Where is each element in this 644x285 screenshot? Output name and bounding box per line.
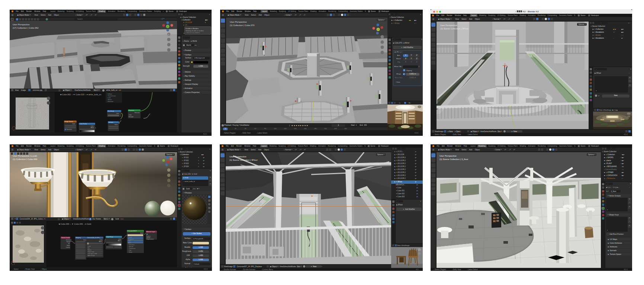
svg-text:Single Image: Single Image: [88, 251, 94, 253]
svg-text:(1) Scene Collection | 3Floor: (1) Scene Collection | 3Floor: [440, 28, 468, 30]
svg-text:Color: Color: [72, 123, 75, 125]
svg-text:Alpha: Alpha: [99, 241, 102, 242]
svg-text:○: ○: [168, 33, 169, 36]
svg-text:Normal: Normal: [67, 241, 71, 243]
svg-text:› Sheen: › Sheen: [128, 252, 132, 253]
svg-text:› Emission: › Emission: [107, 101, 113, 102]
svg-text:All: All: [146, 234, 148, 235]
svg-text:Normalize: Normalize: [67, 129, 72, 130]
svg-text:Metallic: Metallic: [128, 237, 132, 238]
svg-text:Material Output: Material Output: [146, 231, 155, 233]
svg-text:User Perspective: User Perspective: [439, 155, 457, 157]
svg-text:Strength: Strength: [129, 116, 133, 118]
svg-text:Color Ramp: Color Ramp: [106, 236, 113, 238]
svg-text:Image Texture: Image Texture: [65, 121, 73, 122]
svg-text:Object: Object: [67, 245, 70, 246]
svg-text:Displacement: Displacement: [146, 238, 154, 240]
svg-text:Mapping: Mapping: [76, 237, 81, 238]
svg-text:› Subsurface: › Subsurface: [128, 244, 135, 246]
svg-text:IOR: IOR: [128, 240, 131, 242]
svg-text:Linear: Linear: [88, 246, 91, 247]
svg-text:Repeat: Repeat: [88, 249, 91, 251]
svg-text:Emission: Emission: [135, 112, 140, 113]
svg-text:Principled BSDF: Principled BSDF: [128, 230, 137, 232]
svg-text:Alpha: Alpha: [118, 240, 121, 241]
svg-text:User Perspective: User Perspective: [13, 23, 30, 26]
svg-text:Camera: Camera: [66, 247, 70, 248]
svg-text:■ Cube.066 › ▼ Cube.066 › ●: ■ Cube.066 › ▼ Cube.066 › ● Gold: [59, 223, 91, 225]
svg-text:(1) Scene Collection | 3Floor: (1) Scene Collection | 3Floor: [229, 159, 258, 161]
svg-text:(1) Scene Collection | 3_floor: (1) Scene Collection | 3_floor: [439, 158, 468, 160]
svg-text:Blackbody: Blackbody: [108, 111, 114, 112]
svg-text:Color: Color: [129, 114, 132, 116]
svg-text:Flat: Flat: [88, 247, 90, 249]
svg-text:Texture Coordi...: Texture Coordi...: [61, 237, 71, 238]
svg-text:(17) Collection | Cube.062: (17) Collection | Cube.062: [13, 27, 39, 29]
svg-text:Generated: Generated: [66, 239, 71, 241]
svg-text:User Perspective: User Perspective: [440, 24, 457, 26]
svg-text:Color Space sRGB: Color Space sRGB: [88, 253, 97, 254]
svg-text:Alpha: Alpha: [128, 242, 131, 244]
svg-text:BSDF: BSDF: [140, 233, 144, 234]
svg-text:› Coat: › Coat: [107, 97, 111, 99]
svg-text:Color Ramp: Color Ramp: [80, 123, 87, 125]
svg-text:Alpha: Alpha: [91, 127, 94, 128]
svg-text:Alpha Straight: Alpha Straight: [88, 255, 95, 256]
svg-text:Concrete034_1K-JPG_...: Concrete034_1K-JPG_...: [87, 237, 101, 238]
svg-text:› Diffuse: › Diffuse: [107, 93, 112, 95]
svg-text:› Specular: › Specular: [128, 246, 133, 247]
svg-text:Value: Value: [115, 124, 118, 125]
svg-text:› Coat: › Coat: [128, 250, 131, 251]
svg-text:Roughness: Roughness: [128, 238, 134, 240]
svg-text:(1) Collection | Cube.066: (1) Collection | Cube.066: [13, 158, 38, 160]
svg-text:User Perspective: User Perspective: [230, 21, 247, 23]
svg-text:■ Cube.062 › ▼ Cube.019 › ●: ■ Cube.062 › ▼ Cube.019 › ● white_bulb_o…: [60, 93, 101, 96]
svg-text:User Perspective: User Perspective: [229, 156, 247, 158]
svg-text:User Perspective (Local): User Perspective (Local): [13, 155, 37, 157]
svg-text:Multiply: Multiply: [109, 122, 113, 123]
svg-text:Emission: Emission: [129, 110, 134, 111]
svg-text:› Transmission: › Transmission: [107, 95, 116, 97]
svg-text:Color: Color: [116, 113, 119, 114]
svg-text:› Transmission: › Transmission: [128, 248, 136, 249]
svg-text:› Sheen: › Sheen: [107, 99, 112, 100]
svg-text:(1) Collection | Cube.070: (1) Collection | Cube.070: [230, 24, 255, 26]
